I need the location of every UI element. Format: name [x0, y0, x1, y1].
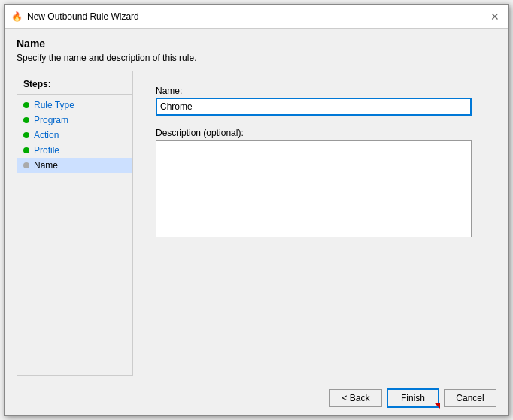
steps-header: Steps:: [17, 76, 132, 95]
desc-textarea[interactable]: [156, 140, 472, 237]
name-input[interactable]: [156, 98, 472, 116]
step-dot-program: [23, 117, 29, 123]
window-icon: 🔥: [11, 11, 23, 23]
desc-field-container: Description (optional):: [156, 122, 474, 240]
step-program: Program: [17, 113, 132, 128]
cancel-button[interactable]: Cancel: [444, 389, 496, 407]
title-bar-left: 🔥 New Outbound Rule Wizard: [11, 11, 139, 23]
close-button[interactable]: ✕: [487, 9, 502, 24]
step-dot-rule-type: [23, 102, 29, 108]
finish-button[interactable]: Finish: [387, 388, 439, 408]
step-label-name: Name: [34, 160, 58, 171]
step-label-program: Program: [34, 115, 68, 125]
step-dot-action: [23, 132, 29, 138]
step-profile: Profile: [17, 143, 132, 158]
step-rule-type: Rule Type: [17, 98, 132, 113]
step-dot-profile: [23, 147, 29, 153]
footer: < Back Finish Cancel: [5, 382, 508, 415]
steps-panel: Steps: Rule Type Program Action Profile: [17, 71, 133, 376]
page-subtitle: Specify the name and description of this…: [17, 53, 496, 63]
right-panel: Name: Description (optional):: [133, 71, 496, 376]
step-dot-name: [23, 162, 29, 168]
title-bar: 🔥 New Outbound Rule Wizard ✕: [5, 5, 508, 29]
step-label-action: Action: [34, 130, 59, 141]
wizard-window: 🔥 New Outbound Rule Wizard ✕ Name Specif…: [4, 4, 509, 416]
name-label: Name:: [156, 86, 474, 96]
step-name: Name: [17, 158, 132, 173]
page-title: Name: [17, 38, 496, 50]
step-label-profile: Profile: [34, 145, 59, 156]
step-action: Action: [17, 128, 132, 143]
desc-label: Description (optional):: [156, 128, 474, 138]
name-field-container: Name:: [156, 86, 474, 116]
step-label-rule-type: Rule Type: [34, 100, 74, 110]
main-content: Name Specify the name and description of…: [5, 29, 508, 382]
main-area: Steps: Rule Type Program Action Profile: [17, 71, 496, 376]
back-button[interactable]: < Back: [329, 389, 382, 407]
window-title: New Outbound Rule Wizard: [27, 11, 139, 22]
